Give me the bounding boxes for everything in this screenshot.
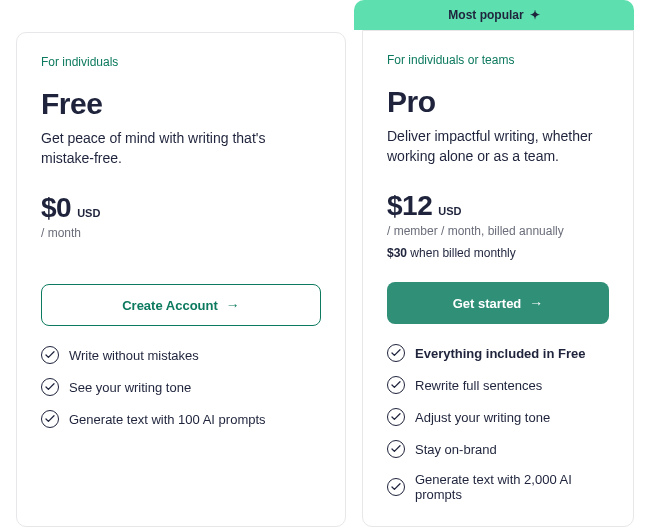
check-icon [387, 440, 405, 458]
sparkle-icon: ✦ [530, 8, 540, 22]
plan-currency: USD [438, 205, 461, 217]
plan-card-free: For individuals Free Get peace of mind w… [16, 32, 346, 527]
feature-label: Everything included in Free [415, 346, 585, 361]
feature-label: Rewrite full sentences [415, 378, 542, 393]
check-icon [41, 410, 59, 428]
plan-name: Free [41, 87, 321, 121]
check-icon [387, 344, 405, 362]
feature-label: Write without mistakes [69, 348, 199, 363]
feature-item: Generate text with 2,000 AI prompts [387, 472, 609, 502]
plan-price: $12 [387, 190, 432, 222]
plan-description: Deliver impactful writing, whether worki… [387, 127, 609, 166]
pricing-container: For individuals Free Get peace of mind w… [0, 0, 650, 527]
plan-alt-price: $30 when billed monthly [387, 246, 609, 260]
check-icon [387, 408, 405, 426]
most-popular-badge: Most popular ✦ [354, 0, 634, 30]
feature-label: See your writing tone [69, 380, 191, 395]
feature-item: Stay on-brand [387, 440, 609, 458]
plan-audience: For individuals [41, 55, 321, 69]
plan-currency: USD [77, 207, 100, 219]
feature-list: Everything included in Free Rewrite full… [387, 344, 609, 502]
cta-label: Create Account [122, 298, 218, 313]
price-block: $0 USD / month [41, 192, 321, 270]
feature-list: Write without mistakes See your writing … [41, 346, 321, 428]
check-icon [41, 378, 59, 396]
check-icon [387, 478, 405, 496]
plan-card-pro: For individuals or teams Pro Deliver imp… [362, 30, 634, 527]
feature-item: Adjust your writing tone [387, 408, 609, 426]
feature-label: Generate text with 2,000 AI prompts [415, 472, 609, 502]
cta-label: Get started [453, 296, 522, 311]
create-account-button[interactable]: Create Account → [41, 284, 321, 326]
feature-label: Adjust your writing tone [415, 410, 550, 425]
arrow-right-icon: → [529, 296, 543, 310]
feature-item: Everything included in Free [387, 344, 609, 362]
badge-label: Most popular [448, 8, 523, 22]
plan-period: / month [41, 226, 321, 240]
check-icon [41, 346, 59, 364]
alt-price-rest: when billed monthly [407, 246, 516, 260]
feature-label: Generate text with 100 AI prompts [69, 412, 266, 427]
plan-pro-wrapper: Most popular ✦ For individuals or teams … [354, 0, 634, 527]
feature-label: Stay on-brand [415, 442, 497, 457]
arrow-right-icon: → [226, 298, 240, 312]
feature-item: Write without mistakes [41, 346, 321, 364]
check-icon [387, 376, 405, 394]
feature-item: Rewrite full sentences [387, 376, 609, 394]
plan-name: Pro [387, 85, 609, 119]
plan-audience: For individuals or teams [387, 53, 609, 67]
alt-price-amount: $30 [387, 246, 407, 260]
plan-period: / member / month, billed annually [387, 224, 609, 238]
plan-description: Get peace of mind with writing that's mi… [41, 129, 321, 168]
feature-item: Generate text with 100 AI prompts [41, 410, 321, 428]
feature-item: See your writing tone [41, 378, 321, 396]
get-started-button[interactable]: Get started → [387, 282, 609, 324]
plan-price: $0 [41, 192, 71, 224]
price-block: $12 USD / member / month, billed annuall… [387, 190, 609, 268]
